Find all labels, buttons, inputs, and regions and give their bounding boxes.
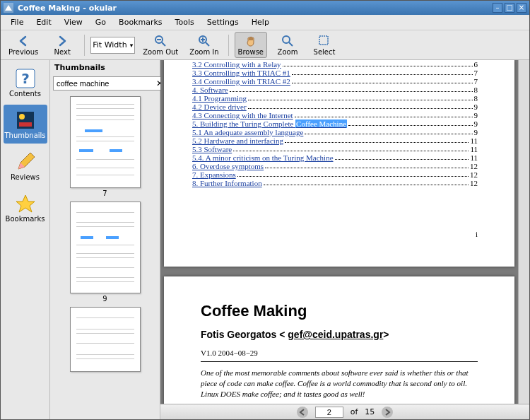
page-navigator: of 15 <box>160 404 529 419</box>
zoom-out-button[interactable]: Zoom Out <box>139 32 182 58</box>
thumbnail-page-preview[interactable] <box>70 202 141 293</box>
toc-entry[interactable]: 3.3 Controlling with TRIAC #17 <box>192 69 478 77</box>
thumbnail-item[interactable]: 9 <box>70 202 141 303</box>
toc-page-number: 7 <box>474 69 478 77</box>
close-button[interactable]: × <box>517 3 526 13</box>
toc-entry[interactable]: 5.3 Software11 <box>192 145 478 153</box>
toc-leader-dots <box>248 94 473 100</box>
doc-version: V1.0 2004−08−29 <box>201 349 478 362</box>
menu-tools[interactable]: Tools <box>170 16 200 28</box>
toc-leader-dots <box>295 111 473 117</box>
select-button[interactable]: Select <box>308 32 341 58</box>
next-button[interactable]: Next <box>46 32 78 58</box>
pager-next-button[interactable] <box>382 407 393 418</box>
toc-page-number: 9 <box>474 103 478 111</box>
toc-entry[interactable]: 3.2 Controlling with a Relay6 <box>192 60 478 69</box>
maximize-button[interactable]: □ <box>505 3 514 13</box>
toc-entry[interactable]: 4.1 Programming8 <box>192 94 478 103</box>
menu-help[interactable]: Help <box>246 16 275 28</box>
sidebar-item-reviews[interactable]: Reviews <box>4 146 47 185</box>
toc-entry[interactable]: 5.1 An adequate assembly language9 <box>192 128 478 136</box>
zoom-mode-select[interactable]: Fit Width ▾ <box>90 37 135 54</box>
thumbnail-search-field[interactable]: ✕ <box>53 76 169 91</box>
toc-entry[interactable]: 3.4 Controlling with TRIAC #27 <box>192 77 478 86</box>
author-suffix: > <box>383 329 389 340</box>
toc-entry[interactable]: 4. Software8 <box>192 86 478 94</box>
toc-leader-dots <box>285 136 469 143</box>
toc-entry[interactable]: 5.2 Hardware and interfacing11 <box>192 136 478 145</box>
toc-leader-dots <box>264 179 469 185</box>
help-icon: ? <box>14 67 37 90</box>
thumbnail-page-preview[interactable] <box>70 96 141 188</box>
toolbar-separator <box>84 35 85 56</box>
thumbnail-list[interactable]: 7 9 <box>50 92 160 419</box>
toc-page-number: 11 <box>470 153 478 162</box>
sidebar-item-contents[interactable]: ? Contents <box>4 63 47 102</box>
thumbnail-page-preview[interactable] <box>70 307 141 372</box>
thumbnail-search-input[interactable] <box>57 79 154 88</box>
toc-label: 5. Building the Turing Complete Coffee M… <box>192 119 347 128</box>
toc-label: 6. Overdose symptoms <box>192 162 264 170</box>
toc-entry[interactable]: 4.2 Device driver9 <box>192 103 478 111</box>
toc-entry[interactable]: 6. Overdose symptoms12 <box>192 162 478 170</box>
toc-leader-dots <box>305 128 472 134</box>
menu-settings[interactable]: Settings <box>201 16 245 28</box>
arrow-left-icon <box>16 34 30 48</box>
author-email-link[interactable]: gef@ceid.upatras.gr <box>288 329 383 340</box>
document-area: 3.2 Controlling with a Relay63.3 Control… <box>160 60 529 419</box>
menu-edit[interactable]: Edit <box>30 16 57 28</box>
toc-page-number: 11 <box>470 145 478 153</box>
browse-button[interactable]: Browse <box>235 32 267 58</box>
zoom-out-label: Zoom Out <box>143 48 178 56</box>
pager-prev-button[interactable] <box>297 407 308 418</box>
toc-page-number: 9 <box>474 128 478 136</box>
vertical-scrollbar[interactable] <box>518 60 529 404</box>
previous-button[interactable]: Previous <box>5 32 42 58</box>
select-label: Select <box>314 48 336 56</box>
toc-entry[interactable]: 5.4. A minor criticism on the Turing Mac… <box>192 153 478 162</box>
svg-point-8 <box>283 36 290 43</box>
app-icon <box>4 3 13 13</box>
sidebar-item-label: Contents <box>9 90 41 98</box>
toc-leader-dots <box>292 77 473 83</box>
toc-label: 3.2 Controlling with a Relay <box>192 60 281 69</box>
svg-line-9 <box>289 42 293 46</box>
minimize-button[interactable]: – <box>493 3 502 13</box>
sidebar-item-bookmarks[interactable]: Bookmarks <box>4 188 47 227</box>
toc-entry[interactable]: 5. Building the Turing Complete Coffee M… <box>192 119 478 128</box>
menu-file[interactable]: File <box>5 16 29 28</box>
document-page: 3.2 Controlling with a Relay63.3 Control… <box>164 60 514 267</box>
magnifier-icon <box>281 34 295 48</box>
toc-label: 4.1 Programming <box>192 94 247 103</box>
select-icon <box>317 34 331 48</box>
sidebar-item-thumbnails[interactable]: Thumbnails <box>4 105 47 144</box>
thumbnails-panel-title: Thumbnails <box>50 60 160 75</box>
thumbnails-panel: Thumbnails ✕ <box>50 60 160 419</box>
toc-entry[interactable]: 7. Expansions12 <box>192 170 478 179</box>
toc-label: 5.4. A minor criticism on the Turing Mac… <box>192 153 334 162</box>
sidebar-item-label: Reviews <box>11 173 40 181</box>
sidebar: ? Contents Thumbnails Reviews Bookmarks <box>1 60 50 419</box>
toc-label: 8. Further Information <box>192 179 262 187</box>
page-footer: i <box>192 230 478 238</box>
menu-go[interactable]: Go <box>90 16 112 28</box>
zoom-in-button[interactable]: Zoom In <box>186 32 222 58</box>
toc-leader-dots <box>283 60 473 66</box>
current-page-input[interactable] <box>315 407 343 418</box>
zoom-tool-button[interactable]: Zoom <box>271 32 304 58</box>
toc-page-number: 8 <box>474 94 478 103</box>
svg-point-14 <box>19 114 25 119</box>
toc-entry[interactable]: 8. Further Information12 <box>192 179 478 187</box>
toc-page-number: 6 <box>474 60 478 69</box>
menu-view[interactable]: View <box>59 16 88 28</box>
thumbnail-page-number: 9 <box>102 295 107 303</box>
toc-label: 4.2 Device driver <box>192 103 247 111</box>
toc-entry[interactable]: 4.3 Connecting with the Internet9 <box>192 111 478 119</box>
sidebar-item-label: Thumbnails <box>4 132 45 139</box>
thumbnail-item[interactable]: 7 <box>70 96 141 197</box>
menu-bookmarks[interactable]: Bookmarks <box>113 16 167 28</box>
thumbnail-item[interactable] <box>70 307 141 372</box>
document-viewport[interactable]: 3.2 Controlling with a Relay63.3 Control… <box>160 60 518 404</box>
zoom-mode-label: Fit Width <box>93 40 126 49</box>
menubar: File Edit View Go Bookmarks Tools Settin… <box>1 15 529 30</box>
